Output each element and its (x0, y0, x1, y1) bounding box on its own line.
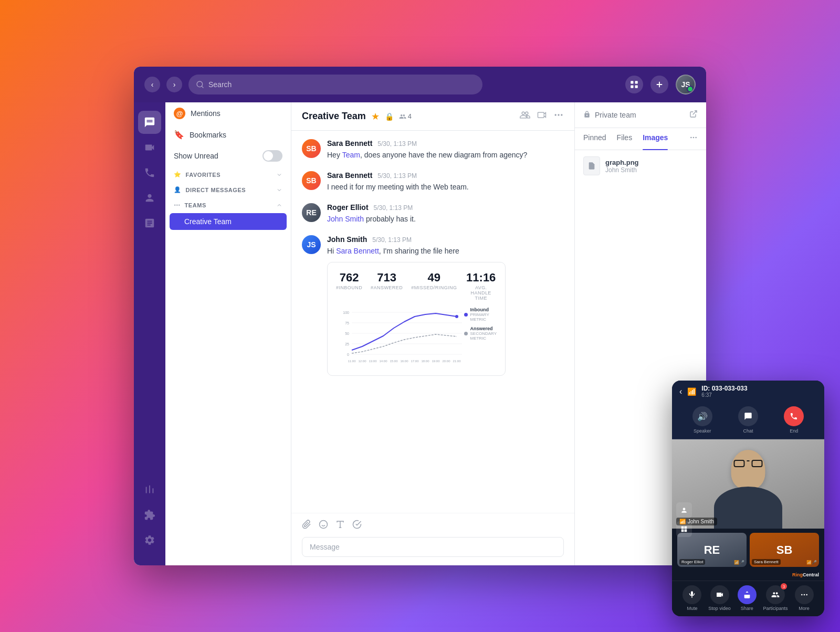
nav-icon-integrations[interactable] (138, 503, 161, 526)
video-call-icon[interactable] (537, 110, 547, 123)
sara-bennett-link[interactable]: Sara Bennett (336, 247, 379, 255)
tab-pinned[interactable]: Pinned (583, 128, 606, 150)
chat-input-tools (302, 520, 564, 532)
participants-action[interactable]: 3 Participants (763, 585, 788, 611)
nav-icon-analytics[interactable] (138, 478, 161, 501)
forward-button[interactable]: › (166, 77, 182, 92)
call-back-button[interactable]: ‹ (679, 387, 682, 396)
back-button[interactable]: ‹ (144, 77, 160, 92)
add-member-icon[interactable] (520, 110, 530, 123)
teams-header[interactable]: ⋯ TEAMS (165, 197, 291, 213)
nav-icon-inbox[interactable] (138, 212, 161, 235)
more-action[interactable]: More (795, 585, 814, 611)
favorites-label: FAVORITES (186, 172, 220, 178)
message-input[interactable]: Message (302, 537, 564, 557)
team-link[interactable]: Team (342, 151, 360, 159)
show-unread-label: Show Unread (174, 152, 218, 160)
stat-value: 11:16 (465, 271, 497, 285)
person-side-icon[interactable] (676, 502, 692, 518)
chevron-down-icon-dm (276, 187, 282, 193)
attachment-icon[interactable] (302, 520, 311, 532)
more-icon (795, 585, 814, 604)
images-tab-label: Images (643, 133, 668, 142)
msg-text: Hi Sara Bennett, I'm sharing the file he… (327, 246, 564, 257)
mentions-item[interactable]: @ Mentions (165, 102, 291, 124)
nav-icon-settings[interactable] (138, 529, 161, 552)
avatar-roger: RE (302, 203, 321, 222)
message-content: Sara Bennett 5/30, 1:13 PM I need it for… (327, 171, 564, 193)
svg-point-10 (561, 114, 562, 115)
msg-time: 5/30, 1:13 PM (377, 172, 417, 180)
nav-icon-contacts[interactable] (138, 186, 161, 209)
thumb-name-roger: Roger Elliot (679, 559, 705, 565)
message-group: SB Sara Bennett 5/30, 1:13 PM Hey Team, … (302, 139, 564, 161)
add-button[interactable] (650, 76, 668, 93)
tab-files[interactable]: Files (617, 128, 633, 150)
members-icon: 4 (399, 112, 412, 120)
bookmarks-item[interactable]: 🔖 Bookmarks (165, 124, 291, 145)
message-content: John Smith 5/30, 1:13 PM Hi Sara Bennett… (327, 235, 564, 376)
chat-icon (738, 406, 758, 426)
speaker-action[interactable]: 🔊 Speaker (692, 406, 712, 434)
john-smith-link[interactable]: John Smith (327, 215, 364, 223)
video-call-header: ‹ 📶 ID: 033-033-033 6:37 (672, 381, 824, 402)
star-icon: ⭐ (174, 171, 182, 178)
show-unread-toggle[interactable] (262, 150, 282, 162)
emoji-icon[interactable] (319, 520, 328, 532)
search-bar[interactable]: Search (188, 75, 482, 94)
favorite-star-icon[interactable]: ★ (371, 111, 380, 122)
text-format-icon[interactable] (335, 520, 345, 532)
right-panel-content: graph.png John Smith (575, 150, 706, 182)
msg-author: Sara Bennett (327, 139, 372, 148)
more-label: More (799, 606, 810, 611)
participants-count: 3 (781, 583, 787, 589)
chat-title: Creative Team (302, 111, 366, 122)
chevron-up-icon (276, 202, 282, 208)
svg-text:19:00: 19:00 (432, 360, 440, 363)
nav-icon-phone[interactable] (138, 161, 161, 184)
file-item[interactable]: graph.png John Smith (583, 156, 698, 175)
messages-list: SB Sara Bennett 5/30, 1:13 PM Hey Team, … (291, 131, 574, 513)
nav-icon-video[interactable] (138, 136, 161, 159)
share-action[interactable]: Share (738, 585, 757, 611)
speaker-label: Speaker (694, 428, 711, 434)
user-avatar[interactable]: JS (676, 75, 696, 94)
direct-messages-header[interactable]: 👤 DIRECT MESSAGES (165, 182, 291, 197)
svg-point-38 (693, 137, 695, 139)
favorites-header[interactable]: ⭐ FAVORITES (165, 167, 291, 182)
glass-left (734, 460, 745, 467)
tab-images[interactable]: Images (643, 128, 668, 150)
mentions-label: Mentions (191, 109, 220, 118)
stop-video-label: Stop video (708, 606, 731, 611)
mute-action[interactable]: Mute (682, 585, 701, 611)
more-options-icon[interactable] (553, 110, 564, 123)
chat-action[interactable]: Chat (738, 406, 758, 434)
chart-legend: Inbound PRIMARY METRIC Answered (464, 307, 497, 345)
avatar-john: JS (302, 235, 321, 254)
svg-point-41 (803, 594, 805, 596)
icon-sidebar (134, 102, 165, 565)
svg-text:13:00: 13:00 (369, 360, 377, 363)
svg-point-37 (690, 137, 692, 139)
chat-header: Creative Team ★ 🔒 4 (291, 102, 574, 131)
tab-more[interactable] (689, 128, 698, 150)
ringcentral-brand: RingCentral (792, 572, 819, 577)
message-placeholder: Message (310, 543, 340, 551)
creative-team-item[interactable]: Creative Team (170, 213, 287, 230)
video-thumb-roger[interactable]: RE Roger Elliot 📶🎤 (677, 533, 747, 567)
expand-icon[interactable] (689, 110, 698, 120)
file-author: John Smith (605, 166, 639, 174)
checkmark-icon[interactable] (352, 520, 362, 532)
svg-text:20:00: 20:00 (442, 360, 450, 363)
grid-side-icon[interactable] (676, 521, 692, 537)
end-label: End (790, 428, 798, 434)
stat-label: #MISSED/RINGING (411, 285, 457, 290)
stop-video-action[interactable]: Stop video (708, 585, 731, 611)
svg-text:11:00: 11:00 (348, 360, 356, 363)
apps-button[interactable] (625, 76, 643, 93)
msg-author: Sara Bennett (327, 171, 372, 180)
end-call-action[interactable]: End (784, 406, 804, 434)
video-thumb-sara[interactable]: SB Sara Bennett 📶🎤 (750, 533, 819, 567)
svg-text:15:00: 15:00 (390, 360, 398, 363)
nav-icon-chat[interactable] (138, 111, 161, 134)
